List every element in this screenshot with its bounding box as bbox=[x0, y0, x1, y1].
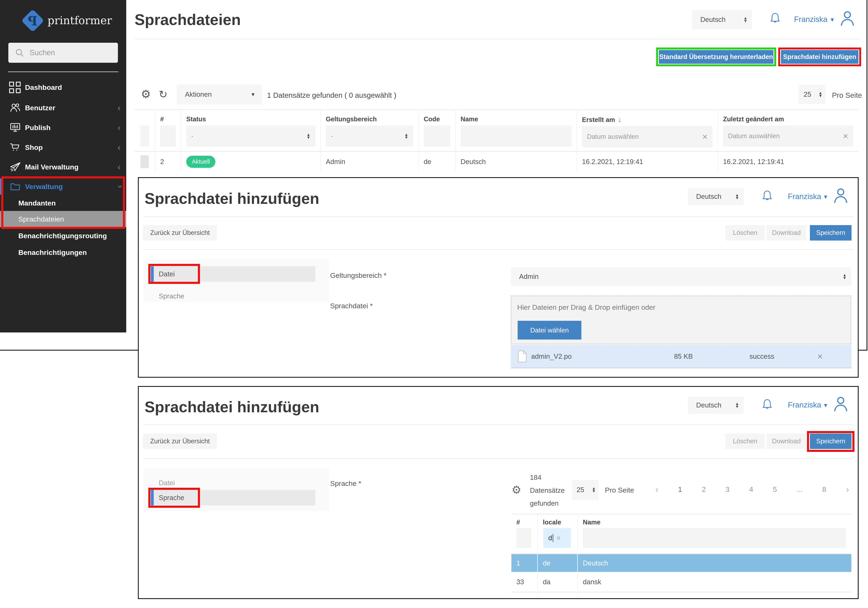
selected-row-locale-cell[interactable]: de bbox=[538, 554, 578, 572]
scope-field-label: Geltungsbereich * bbox=[330, 271, 386, 280]
language-select[interactable]: Deutsch ▲▼ bbox=[688, 397, 744, 414]
table-settings-gear-icon[interactable]: ⚙ bbox=[141, 89, 151, 100]
status-filter-select[interactable]: - ▲▼ bbox=[186, 126, 315, 147]
notifications-bell-icon[interactable] bbox=[760, 397, 775, 414]
sidebar-item-shop[interactable]: Shop ‹ bbox=[0, 139, 126, 155]
page-3[interactable]: 3 bbox=[725, 485, 730, 494]
user-caret-down-icon[interactable]: ▼ bbox=[823, 402, 828, 409]
tab-sprache[interactable]: Sprache bbox=[159, 292, 184, 300]
refresh-icon[interactable]: ↻ bbox=[159, 89, 167, 100]
file-dropzone[interactable]: Hier Dateien per Drag & Drop einfügen od… bbox=[511, 295, 851, 344]
sidebar-item-benutzer[interactable]: Benutzer ‹ bbox=[0, 100, 126, 116]
sidebar-item-publish[interactable]: Publish ‹ bbox=[0, 120, 126, 136]
name-filter-input[interactable] bbox=[583, 528, 846, 548]
chevron-left-icon: ‹ bbox=[118, 143, 120, 152]
tab-sprache[interactable]: Sprache bbox=[151, 490, 315, 505]
column-header-name[interactable]: Name bbox=[578, 515, 851, 554]
selected-row-id-cell[interactable]: 1 bbox=[512, 554, 538, 572]
notifications-bell-icon[interactable] bbox=[760, 188, 775, 205]
download-button[interactable]: Download bbox=[767, 434, 806, 449]
code-filter-input[interactable] bbox=[424, 126, 450, 147]
document-icon bbox=[518, 350, 527, 362]
column-header-scope[interactable]: Geltungsbereich - ▲▼ bbox=[321, 110, 419, 151]
user-name[interactable]: Franziska bbox=[794, 15, 828, 24]
panel-divider bbox=[143, 249, 854, 250]
back-to-overview-button[interactable]: Zurück zur Übersicht bbox=[143, 434, 217, 449]
pager-prev-icon[interactable]: ‹ bbox=[655, 484, 659, 494]
delete-button[interactable]: Löschen bbox=[725, 434, 765, 449]
table-settings-gear-icon[interactable]: ⚙ bbox=[512, 484, 521, 495]
column-header-status[interactable]: Status - ▲▼ bbox=[181, 110, 321, 151]
printformer-logo-glyph: P bbox=[25, 12, 41, 30]
save-button[interactable]: Speichern bbox=[810, 434, 851, 449]
table-row-id-cell: 2 bbox=[155, 151, 181, 171]
choose-file-button[interactable]: Datei wählen bbox=[518, 321, 581, 339]
sidebar-item-benachrichtigungen[interactable]: Benachrichtigungen bbox=[0, 244, 126, 261]
tab-datei[interactable]: Datei bbox=[159, 479, 175, 487]
sidebar-item-benachrichtigungsrouting[interactable]: Benachrichtigungsrouting bbox=[0, 228, 126, 244]
remove-file-icon[interactable]: × bbox=[817, 351, 823, 362]
id-filter-input[interactable] bbox=[516, 528, 532, 548]
scope-filter-select[interactable]: - ▲▼ bbox=[326, 126, 413, 147]
locale-filter-input[interactable]: d × bbox=[543, 528, 571, 548]
sidebar-item-verwaltung[interactable]: Verwaltung ‹ bbox=[0, 179, 126, 195]
sidebar-item-sprachdateien[interactable]: Sprachdateien bbox=[0, 211, 126, 227]
column-header-id[interactable]: # bbox=[512, 515, 538, 554]
user-caret-down-icon[interactable]: ▼ bbox=[823, 194, 828, 200]
column-header-created[interactable]: Erstellt am↓ Datum auswählen × bbox=[577, 110, 718, 151]
pager-next-icon[interactable]: › bbox=[846, 484, 849, 494]
clear-filter-icon[interactable]: × bbox=[556, 533, 561, 543]
column-header-code[interactable]: Code bbox=[419, 110, 456, 151]
file-field-label: Sprachdatei * bbox=[330, 302, 373, 310]
scope-select[interactable]: Admin ▲▼ bbox=[511, 267, 851, 286]
page-2[interactable]: 2 bbox=[702, 485, 706, 494]
delete-button[interactable]: Löschen bbox=[725, 225, 765, 241]
sidebar-search[interactable] bbox=[8, 43, 118, 63]
column-header-locale[interactable]: locale d × bbox=[538, 515, 578, 554]
tab-datei[interactable]: Datei bbox=[151, 266, 315, 282]
select-all-checkbox[interactable] bbox=[140, 126, 149, 147]
row-name-cell[interactable]: dansk bbox=[578, 572, 851, 592]
sidebar-item-mail-verwaltung[interactable]: Mail Verwaltung ‹ bbox=[0, 159, 126, 175]
user-avatar-icon[interactable] bbox=[832, 394, 850, 414]
page-8[interactable]: 8 bbox=[822, 485, 826, 494]
page-1[interactable]: 1 bbox=[678, 485, 682, 494]
page-4[interactable]: 4 bbox=[749, 485, 753, 494]
add-language-file-button[interactable]: Sprachdatei hinzufügen bbox=[781, 50, 859, 64]
modified-date-filter[interactable]: Datum auswählen × bbox=[723, 126, 853, 147]
language-select[interactable]: Deutsch ▲▼ bbox=[692, 10, 752, 29]
save-button[interactable]: Speichern bbox=[810, 225, 851, 241]
user-avatar-icon[interactable] bbox=[832, 186, 850, 206]
selected-row-name-cell[interactable]: Deutsch bbox=[578, 554, 851, 572]
id-filter-input[interactable] bbox=[160, 126, 176, 147]
user-caret-down-icon[interactable]: ▼ bbox=[829, 17, 835, 23]
download-button[interactable]: Download bbox=[767, 225, 806, 241]
clear-filter-icon[interactable]: × bbox=[843, 131, 848, 142]
name-filter-input[interactable] bbox=[460, 126, 572, 147]
back-to-overview-button[interactable]: Zurück zur Übersicht bbox=[143, 225, 217, 241]
search-input[interactable] bbox=[29, 48, 109, 57]
sidebar-item-dashboard[interactable]: Dashboard bbox=[0, 79, 126, 95]
sidebar-item-mandanten[interactable]: Mandanten bbox=[0, 195, 126, 211]
language-select[interactable]: Deutsch ▲▼ bbox=[688, 188, 744, 205]
download-default-translation-button[interactable]: Standard Übersetzung herunterladen bbox=[659, 50, 773, 64]
column-header-modified[interactable]: Zuletzt geändert am Datum auswählen × bbox=[718, 110, 858, 151]
per-page-select[interactable]: 25 ▲▼ bbox=[572, 480, 599, 500]
chevron-left-icon: ‹ bbox=[118, 163, 120, 171]
row-checkbox[interactable] bbox=[140, 155, 149, 168]
notifications-bell-icon[interactable] bbox=[768, 11, 783, 28]
table-row-checkbox-cell[interactable] bbox=[135, 151, 155, 171]
add-language-file-panel-datei: Sprachdatei hinzufügen Deutsch ▲▼ Franzi… bbox=[138, 177, 859, 378]
clear-filter-icon[interactable]: × bbox=[702, 132, 708, 142]
row-id-cell[interactable]: 33 bbox=[512, 572, 538, 592]
column-header-id[interactable]: # bbox=[155, 110, 181, 151]
user-name[interactable]: Franziska bbox=[788, 401, 821, 409]
row-locale-cell[interactable]: da bbox=[538, 572, 578, 592]
actions-dropdown[interactable]: Aktionen ▼ bbox=[177, 84, 262, 104]
user-name[interactable]: Franziska bbox=[788, 192, 821, 201]
user-avatar-icon[interactable] bbox=[838, 9, 857, 29]
per-page-select[interactable]: 25 ▲▼ bbox=[799, 85, 825, 104]
page-5[interactable]: 5 bbox=[773, 485, 777, 494]
created-date-filter[interactable]: Datum auswählen × bbox=[582, 126, 713, 147]
column-header-name[interactable]: Name bbox=[456, 110, 577, 151]
